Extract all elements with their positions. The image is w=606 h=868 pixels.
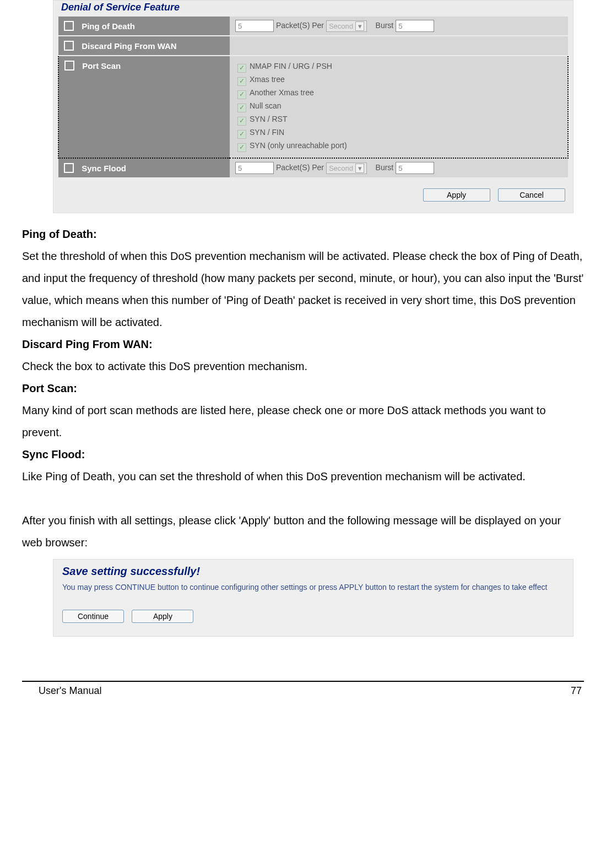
port-scan-label: Port Scan xyxy=(82,61,121,70)
save-success-title: Save setting successfully! xyxy=(62,565,564,578)
heading-ping-of-death: Ping of Death: xyxy=(22,223,584,245)
sync-burst-label: Burst xyxy=(376,163,394,172)
page-number: 77 xyxy=(571,685,582,697)
port-scan-checkbox[interactable] xyxy=(64,61,74,70)
paragraph: After you finish with all settings, plea… xyxy=(22,509,584,554)
apply-button[interactable]: Apply xyxy=(423,188,490,202)
discard-ping-checkbox[interactable] xyxy=(64,41,74,51)
ping-packets-label: Packet(S) Per xyxy=(276,21,324,30)
ping-of-death-checkbox[interactable] xyxy=(64,21,74,31)
portscan-option-checkbox[interactable]: ✓ xyxy=(237,64,246,73)
row-port-scan: Port Scan ✓NMAP FIN / URG / PSH ✓Xmas tr… xyxy=(58,56,568,158)
portscan-option-checkbox[interactable]: ✓ xyxy=(237,104,246,112)
portscan-option-label: SYN (only unreachable port) xyxy=(250,141,347,150)
ping-burst-input[interactable] xyxy=(396,20,434,32)
portscan-option-label: SYN / FIN xyxy=(250,128,284,137)
portscan-option-label: SYN / RST xyxy=(250,115,287,123)
sync-burst-input[interactable] xyxy=(396,162,434,174)
discard-ping-label: Discard Ping From WAN xyxy=(82,41,177,51)
sync-flood-label: Sync Flood xyxy=(82,164,126,173)
document-body: Ping of Death: Set the threshold of when… xyxy=(22,223,584,554)
portscan-option-checkbox[interactable]: ✓ xyxy=(237,130,246,139)
ping-packets-input[interactable] xyxy=(235,20,274,32)
continue-button[interactable]: Continue xyxy=(62,610,124,623)
ping-of-death-label: Ping of Death xyxy=(82,21,135,31)
sync-packets-input[interactable] xyxy=(235,162,274,174)
ping-burst-label: Burst xyxy=(376,21,394,30)
paragraph: Many kind of port scan methods are liste… xyxy=(22,399,584,443)
sync-interval-select[interactable]: Second▾ xyxy=(326,162,367,174)
chevron-down-icon: ▾ xyxy=(355,164,364,173)
portscan-option-checkbox[interactable]: ✓ xyxy=(237,117,246,126)
heading-discard-ping: Discard Ping From WAN: xyxy=(22,333,584,355)
row-ping-of-death: Ping of Death Packet(S) Per Second▾ Burs… xyxy=(58,17,568,36)
portscan-option-checkbox[interactable]: ✓ xyxy=(237,77,246,86)
portscan-option-checkbox[interactable]: ✓ xyxy=(237,90,246,99)
cancel-button[interactable]: Cancel xyxy=(498,188,565,202)
paragraph: Check the box to activate this DoS preve… xyxy=(22,355,584,377)
dos-section-title: Denial of Service Feature xyxy=(58,1,569,17)
portscan-option-label: Another Xmas tree xyxy=(250,88,314,97)
portscan-option-checkbox[interactable]: ✓ xyxy=(237,143,246,152)
portscan-option-label: NMAP FIN / URG / PSH xyxy=(250,62,332,70)
chevron-down-icon: ▾ xyxy=(355,21,364,31)
apply-button[interactable]: Apply xyxy=(132,610,193,623)
heading-port-scan: Port Scan: xyxy=(22,377,584,399)
sync-flood-checkbox[interactable] xyxy=(64,163,74,173)
save-success-message: You may press CONTINUE button to continu… xyxy=(62,582,564,593)
footer-divider xyxy=(22,681,584,682)
ping-interval-select[interactable]: Second▾ xyxy=(326,20,367,32)
heading-sync-flood: Sync Flood: xyxy=(22,443,584,465)
portscan-option-label: Null scan xyxy=(250,101,282,110)
save-success-panel: Save setting successfully! You may press… xyxy=(53,559,573,637)
footer-title: User's Manual xyxy=(39,685,101,697)
row-sync-flood: Sync Flood Packet(S) Per Second▾ Burst xyxy=(58,158,568,178)
sync-packets-label: Packet(S) Per xyxy=(276,163,324,172)
row-discard-ping: Discard Ping From WAN xyxy=(58,36,568,56)
portscan-option-label: Xmas tree xyxy=(250,75,285,84)
paragraph: Like Ping of Death, you can set the thre… xyxy=(22,465,584,487)
dos-feature-panel: Denial of Service Feature Ping of Death … xyxy=(53,0,573,213)
paragraph: Set the threshold of when this DoS preve… xyxy=(22,245,584,333)
